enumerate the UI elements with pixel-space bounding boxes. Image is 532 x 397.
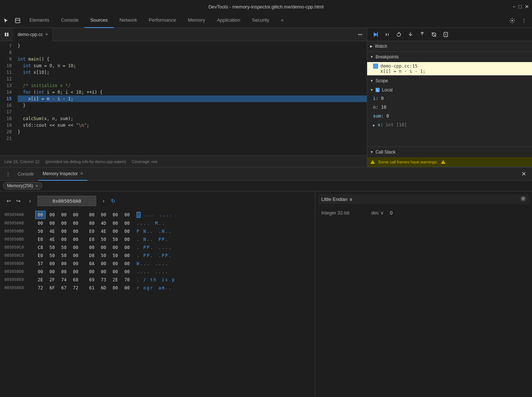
- tab-performance[interactable]: Performance: [143, 13, 182, 28]
- mem-byte-3-4[interactable]: E0: [87, 236, 97, 243]
- mem-byte-8-5[interactable]: 73: [98, 276, 109, 284]
- mem-byte-9-3[interactable]: 72: [70, 284, 81, 292]
- mem-byte-5-2[interactable]: 50: [59, 252, 69, 259]
- mem-byte-0-4[interactable]: 00: [87, 211, 97, 219]
- close-icon[interactable]: ✕: [525, 4, 529, 10]
- bottom-tab-close[interactable]: ✕: [80, 172, 83, 176]
- mem-byte-7-7[interactable]: 00: [122, 268, 132, 275]
- memory-tab-close[interactable]: ✕: [35, 184, 38, 188]
- mem-byte-6-1[interactable]: 00: [47, 260, 57, 267]
- step-over-btn[interactable]: [394, 29, 404, 40]
- watch-header[interactable]: Watch: [367, 41, 532, 51]
- mem-byte-4-6[interactable]: 00: [110, 244, 120, 251]
- maximize-icon[interactable]: □: [519, 4, 522, 10]
- mem-byte-8-2[interactable]: 74: [59, 276, 69, 284]
- mem-byte-0-7[interactable]: 00: [122, 211, 132, 219]
- mem-byte-6-4[interactable]: 0A: [87, 260, 97, 267]
- mem-byte-9-5[interactable]: 6D: [98, 284, 109, 292]
- bottom-menu-btn[interactable]: ⋮: [3, 169, 13, 179]
- mem-byte-7-6[interactable]: 00: [110, 268, 120, 275]
- mem-byte-7-0[interactable]: 00: [35, 268, 46, 275]
- callstack-header[interactable]: Call Stack: [367, 147, 532, 157]
- mem-byte-0-6[interactable]: 00: [110, 211, 120, 219]
- tab-more[interactable]: »: [275, 13, 289, 28]
- editor-tab-demo[interactable]: demo-cpp.cc ✕: [13, 28, 53, 41]
- mem-byte-6-3[interactable]: 00: [70, 260, 81, 267]
- mem-byte-2-6[interactable]: 00: [110, 228, 120, 235]
- breakpoints-header[interactable]: Breakpoints: [367, 52, 532, 62]
- tab-elements[interactable]: Elements: [23, 13, 55, 28]
- mem-byte-4-1[interactable]: 50: [47, 244, 57, 251]
- tab-sources[interactable]: Sources: [84, 13, 114, 28]
- mem-byte-0-0[interactable]: 00: [35, 211, 46, 219]
- mem-byte-5-7[interactable]: 00: [122, 252, 132, 259]
- line-col-btn[interactable]: Line 15, Column 12: [4, 159, 39, 164]
- settings-icon[interactable]: [507, 15, 517, 26]
- mem-byte-1-0[interactable]: 00: [35, 220, 46, 227]
- mem-byte-2-1[interactable]: 4E: [47, 228, 57, 235]
- memory-address-input[interactable]: [37, 196, 96, 206]
- mem-byte-3-1[interactable]: 4E: [47, 236, 57, 243]
- mem-byte-1-6[interactable]: 00: [110, 220, 120, 227]
- mem-byte-4-3[interactable]: 00: [70, 244, 81, 251]
- tab-application[interactable]: Application: [211, 13, 246, 28]
- mem-byte-1-3[interactable]: 00: [70, 220, 81, 227]
- mem-byte-5-5[interactable]: 50: [98, 252, 109, 259]
- mem-byte-4-0[interactable]: C8: [35, 244, 46, 251]
- mem-byte-5-3[interactable]: 00: [70, 252, 81, 259]
- mem-byte-3-2[interactable]: 00: [59, 236, 69, 243]
- memory-refresh-btn[interactable]: ↻: [111, 198, 115, 204]
- mem-byte-5-0[interactable]: E0: [35, 252, 46, 259]
- mem-byte-7-3[interactable]: 00: [70, 268, 81, 275]
- mem-byte-3-3[interactable]: 00: [70, 236, 81, 243]
- mem-byte-2-3[interactable]: 00: [70, 228, 81, 235]
- mem-byte-1-4[interactable]: 80: [87, 220, 97, 227]
- window-controls[interactable]: − □ ✕: [513, 4, 529, 10]
- mem-byte-9-1[interactable]: 6F: [47, 284, 57, 292]
- mem-byte-4-2[interactable]: 50: [59, 244, 69, 251]
- memory-tab-256[interactable]: Memory(256) ✕: [3, 182, 42, 190]
- mem-byte-0-5[interactable]: 00: [98, 211, 109, 219]
- mem-byte-7-4[interactable]: 00: [87, 268, 97, 275]
- mem-byte-9-4[interactable]: 61: [87, 284, 97, 292]
- mem-byte-9-6[interactable]: 00: [110, 284, 120, 292]
- mem-byte-3-0[interactable]: E0: [35, 236, 46, 243]
- memory-forward-btn[interactable]: ↪: [14, 196, 23, 205]
- mem-byte-6-6[interactable]: 00: [110, 260, 120, 267]
- dock-icon[interactable]: [12, 13, 23, 28]
- mem-byte-4-7[interactable]: 00: [122, 244, 132, 251]
- mem-byte-6-2[interactable]: 00: [59, 260, 69, 267]
- more-options-icon[interactable]: ⋮: [519, 15, 529, 26]
- mem-byte-2-4[interactable]: E0: [87, 228, 97, 235]
- endian-select[interactable]: Little Endian ∨: [321, 196, 353, 202]
- memory-prev-page-btn[interactable]: ‹: [26, 196, 35, 205]
- local-header[interactable]: L Local: [367, 86, 532, 94]
- scope-header[interactable]: Scope: [367, 76, 532, 86]
- pause-btn[interactable]: [382, 29, 392, 40]
- step-into-btn[interactable]: [405, 29, 416, 40]
- mem-byte-8-3[interactable]: 68: [70, 276, 81, 284]
- interp-settings-btn[interactable]: [520, 196, 526, 203]
- minimize-icon[interactable]: −: [513, 4, 515, 10]
- cursor-icon[interactable]: [0, 13, 12, 28]
- mem-byte-2-7[interactable]: 00: [122, 228, 132, 235]
- mem-byte-6-5[interactable]: 00: [98, 260, 109, 267]
- editor-tab-close[interactable]: ✕: [45, 32, 48, 36]
- mem-byte-1-2[interactable]: 00: [59, 220, 69, 227]
- bottom-tab-console[interactable]: Console: [13, 167, 38, 181]
- mem-byte-8-6[interactable]: 2E: [110, 276, 120, 284]
- mem-byte-2-2[interactable]: 00: [59, 228, 69, 235]
- tab-security[interactable]: Security: [246, 13, 275, 28]
- mem-byte-4-5[interactable]: 00: [98, 244, 109, 251]
- mem-byte-0-1[interactable]: 00: [47, 211, 57, 219]
- mem-byte-9-2[interactable]: 67: [59, 284, 69, 292]
- play-area[interactable]: [0, 32, 13, 37]
- mem-byte-0-2[interactable]: 00: [59, 211, 69, 219]
- memory-next-page-btn[interactable]: ›: [99, 196, 108, 205]
- mem-byte-3-7[interactable]: 00: [122, 236, 132, 243]
- mem-byte-8-1[interactable]: 2F: [47, 276, 57, 284]
- step-out-btn[interactable]: [417, 29, 427, 40]
- mem-byte-5-4[interactable]: D8: [87, 252, 97, 259]
- mem-byte-6-0[interactable]: 57: [35, 260, 46, 267]
- deactivate-breakpoints-btn[interactable]: [429, 29, 439, 40]
